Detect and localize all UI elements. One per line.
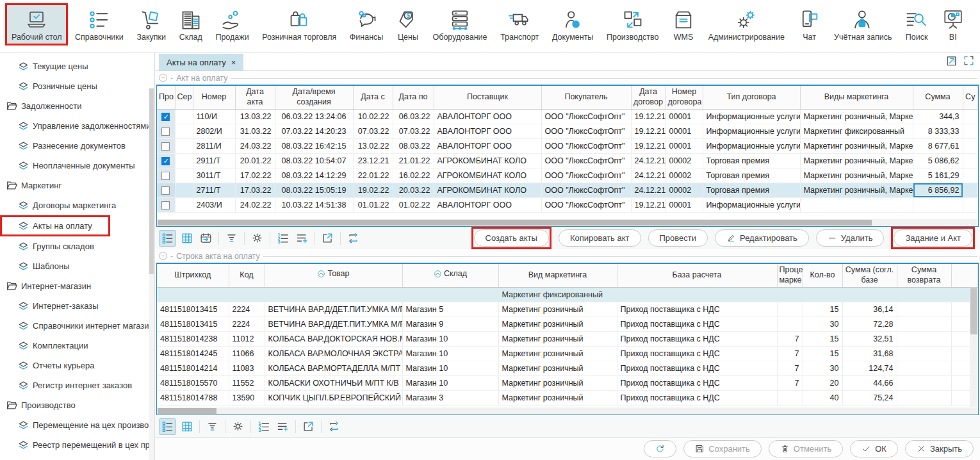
open-in-window-icon[interactable] <box>945 54 958 67</box>
cell[interactable]: 15 <box>803 331 842 346</box>
cell[interactable] <box>175 168 193 183</box>
cell[interactable] <box>777 302 803 316</box>
cell[interactable]: АГРОКОМБИНАТ КОЛО <box>434 183 541 197</box>
column-header[interactable]: Дата акта <box>235 86 275 109</box>
numbered-list-button[interactable]: 123 <box>255 418 272 435</box>
cell[interactable] <box>175 124 193 138</box>
cell[interactable] <box>175 153 193 168</box>
cell[interactable]: Приход поставщика с НДС <box>617 390 777 405</box>
list-view-button[interactable] <box>159 418 176 435</box>
collapse-icon[interactable]: − <box>159 74 167 82</box>
cell[interactable]: Магазин 5 <box>402 302 498 316</box>
cell[interactable]: Магазин 10 <box>402 346 498 361</box>
lines-table-row[interactable]: 481151801423811012КОЛБАСА ВАР.ДОКТОРСКАЯ… <box>157 331 978 346</box>
cell[interactable]: 124,74 <box>842 361 897 375</box>
ribbon-item-finance[interactable]: Финансы <box>343 3 389 45</box>
sidebar-item-leaf[interactable]: Комплектации <box>0 336 154 356</box>
cell[interactable]: 75,24 <box>842 390 897 405</box>
cell[interactable] <box>963 124 978 138</box>
cell[interactable]: 11012 <box>229 331 265 346</box>
sidebar-item-leaf[interactable]: Розничные цены <box>0 76 154 96</box>
cell[interactable]: 4811518013415 <box>157 302 229 316</box>
column-header[interactable]: Проце марке <box>777 264 803 287</box>
ribbon-item-warehouse[interactable]: Склад <box>173 3 209 45</box>
копировать-акт-button[interactable]: Копировать акт <box>559 229 641 247</box>
cell[interactable]: 07.03.22 <box>393 124 434 138</box>
cell[interactable]: Приход поставщика с НДС <box>617 316 777 331</box>
cell[interactable]: КОПЧИК ЦЫПЛ.БР.ЕВРОПЕЙСКИЙ К <box>265 390 402 405</box>
cell[interactable]: Маркетинг розничный <box>498 316 617 331</box>
cell[interactable]: 01.01.22 <box>353 197 393 212</box>
cell[interactable]: 06.03.22 <box>393 109 434 124</box>
ribbon-item-account[interactable]: Учётная запись <box>828 3 898 45</box>
cell[interactable]: 30 <box>803 361 842 375</box>
column-header[interactable]: Сумма (согл. базе <box>842 264 897 287</box>
cell[interactable]: 19.12.21 <box>631 109 666 124</box>
cell[interactable]: 21.01.22 <box>393 153 434 168</box>
cell[interactable]: 07.03.22 14:20:23 <box>275 124 353 138</box>
reload-grid-button[interactable] <box>345 230 362 247</box>
collapse-icon[interactable]: − <box>159 252 167 260</box>
cell[interactable]: 2224 <box>229 302 265 316</box>
cell[interactable]: 6 856,92 <box>913 183 963 197</box>
cell[interactable]: 16.02.22 <box>393 168 434 183</box>
cell[interactable]: 7 <box>777 375 803 390</box>
cell[interactable]: 7 <box>777 361 803 375</box>
hscrollbar-thumb[interactable] <box>158 220 872 226</box>
lines-table-row[interactable]: 48115180134152224ВЕТЧИНА ВАР.Д/ДЕТ.ПИТ.У… <box>157 316 978 331</box>
row-checkbox[interactable] <box>161 113 170 121</box>
acts-table-row[interactable]: 3011/Т17.02.2208.03.22 14:12:2922.01.221… <box>157 168 978 183</box>
column-header[interactable]: Дата с <box>353 86 393 109</box>
cell[interactable]: 01.02.22 <box>393 197 434 212</box>
cell[interactable]: 00001 <box>666 138 703 153</box>
cell[interactable]: АВАЛОНТОРГ ООО <box>434 124 541 138</box>
cell[interactable]: 13.03.22 <box>235 109 275 124</box>
cell[interactable] <box>963 197 978 212</box>
cell[interactable]: ООО "ЛюксСофтОпт" <box>541 153 631 168</box>
cell[interactable]: 15 <box>803 302 842 316</box>
cell[interactable]: Маркетинг фиксированный <box>800 124 913 138</box>
cell[interactable]: 3011/Т <box>193 168 235 183</box>
cell[interactable]: 20.01.22 <box>235 153 275 168</box>
numbered-list-button[interactable]: 123 <box>274 230 291 247</box>
cell[interactable]: 22.01.22 <box>353 168 393 183</box>
cell[interactable]: 4811518014238 <box>157 331 229 346</box>
cell[interactable]: 00001 <box>666 124 703 138</box>
sidebar-item-leaf[interactable]: Отчеты курьера <box>0 356 154 375</box>
создать-акты-button[interactable]: Создать акты <box>474 229 549 247</box>
cell[interactable]: 08.03.22 <box>393 138 434 153</box>
column-header[interactable]: Су <box>963 86 978 109</box>
column-header[interactable]: Покупатель <box>541 86 631 109</box>
cell[interactable]: Информационные услуги <box>703 197 800 212</box>
cell[interactable] <box>897 316 951 331</box>
row-checkbox[interactable] <box>161 172 170 180</box>
cell[interactable]: 23.12.21 <box>353 153 393 168</box>
add-row-button[interactable] <box>293 230 311 247</box>
column-header[interactable]: Номер <box>193 86 235 109</box>
column-header[interactable]: Сер <box>175 86 193 109</box>
cell[interactable]: Приход поставщика с НДС <box>617 375 777 390</box>
cell[interactable]: 5 086,62 <box>913 153 963 168</box>
cell[interactable]: 40 <box>803 390 842 405</box>
column-header[interactable]: Дата по <box>393 86 434 109</box>
reload-grid-button[interactable] <box>325 418 343 435</box>
ribbon-item-production[interactable]: Производство <box>600 3 666 45</box>
cell[interactable] <box>897 331 951 346</box>
sidebar-item-folder[interactable]: Производство <box>0 395 154 415</box>
sidebar-item-folder[interactable]: Задолженности <box>0 96 154 116</box>
cell[interactable]: 2811/И <box>193 138 235 153</box>
cell[interactable]: 44,66 <box>842 375 897 390</box>
cell[interactable]: ООО "ЛюксСофтОпт" <box>541 138 631 153</box>
ribbon-item-equipment[interactable]: Оборудование <box>427 3 494 45</box>
ribbon-item-purchases[interactable]: Закупки <box>130 3 172 45</box>
ribbon-item-references[interactable]: Справочники <box>69 3 130 45</box>
cell[interactable] <box>963 168 978 183</box>
sidebar-item-folder[interactable]: Маркетинг <box>0 176 154 195</box>
cell[interactable]: 30 <box>803 316 842 331</box>
отменить-button[interactable]: Отменить <box>769 440 843 457</box>
tab-close-icon[interactable]: × <box>231 58 236 67</box>
lines-table-row[interactable]: 481151801424511066КОЛБАСА ВАР.МОЛОЧНАЯ Э… <box>157 346 978 361</box>
cell[interactable]: Информационные услуги <box>703 124 800 138</box>
sidebar-item-leaf[interactable]: Реестр перемещений в цех пр <box>0 435 154 455</box>
ribbon-item-prices[interactable]: $Цены <box>390 3 426 45</box>
